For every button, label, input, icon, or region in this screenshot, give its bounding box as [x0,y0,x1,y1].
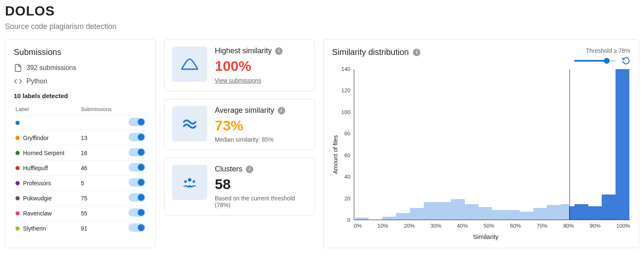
threshold-slider[interactable] [574,60,616,62]
highest-similarity-card: Highest similarity i 100% View submissio… [164,39,315,91]
label-count: 5 [79,176,122,191]
histogram-bar [424,202,438,220]
table-row: Slytherin91 [14,221,147,234]
info-icon[interactable]: i [278,107,285,114]
histogram-bar [588,206,602,220]
table-row [14,115,147,130]
table-row: Pukwudgie75 [14,191,147,206]
histogram-bar [561,204,569,220]
histogram-bar [547,205,561,220]
highest-value: 100% [215,58,307,74]
label-count: 55 [79,206,122,221]
table-row: Hufflepuff46 [14,161,147,176]
page-header: DOLOS Source code plagiarism detection [5,3,639,31]
average-similarity-card: Average similarity i 73% Median similari… [164,99,315,150]
labels-scroll[interactable]: Label Submissions Gryffindor13Horned Ser… [14,104,147,233]
highest-label: Highest similarity [215,47,272,55]
label-color-dot [15,211,20,215]
svg-point-3 [193,180,195,183]
histogram-bar [396,213,410,220]
clusters-value: 58 [215,176,307,192]
chart: Amount of files 020406080100120140 0%10%… [332,69,630,240]
label-name: Slytherin [23,225,46,232]
info-icon[interactable]: i [275,47,283,55]
average-value: 73% [215,117,307,134]
label-toggle[interactable] [129,118,145,126]
language-name: Python [26,78,47,85]
info-icon[interactable]: i [246,166,253,173]
label-color-dot [15,226,20,231]
label-toggle[interactable] [129,223,145,232]
approx-icon-box [172,106,207,141]
label-count: 75 [79,191,122,206]
label-name: Ravenclaw [23,210,52,217]
histogram-bar [506,210,520,220]
label-toggle[interactable] [129,148,145,156]
language-row: Python [14,77,147,86]
app-subtitle: Source code plagiarism detection [5,22,639,31]
histogram-bar [616,69,629,220]
labels-detected-title: 10 labels detected [14,92,147,99]
histogram-bar [382,217,396,220]
table-row: Horned Serpent16 [14,145,147,161]
submissions-count: 392 submissions [26,64,76,72]
y-axis-label: Amount of files [332,69,339,240]
median-text: Median similarity: 85% [215,136,307,143]
distribution-icon-box [172,47,207,82]
table-row: Gryffindor13 [14,130,147,145]
label-name: Horned Serpent [23,150,64,156]
histogram-bar [410,208,424,220]
y-axis-ticks: 020406080100120140 [341,69,354,220]
label-toggle[interactable] [129,208,145,217]
histogram-bar [451,199,465,220]
file-icon [14,64,22,72]
clusters-card: Clusters i 58 Based on the current thres… [164,158,315,215]
col-submissions: Submissions [79,104,122,115]
label-color-dot [15,166,20,170]
threshold-line [569,69,570,220]
table-row: Ravenclaw55 [14,206,147,221]
label-count: 13 [79,130,122,145]
col-label: Label [14,104,79,115]
label-toggle[interactable] [129,133,145,141]
stats-column: Highest similarity i 100% View submissio… [164,39,315,248]
label-color-dot [15,196,20,200]
table-row: Professors5 [14,176,147,191]
label-toggle[interactable] [129,178,145,187]
histogram-bar [520,212,533,220]
view-submissions-link[interactable]: View submissions [215,77,261,84]
label-name: Gryffindor [23,135,49,141]
label-name: Hufflepuff [23,165,48,171]
label-toggle[interactable] [129,193,145,202]
histogram-bar [533,208,547,220]
distribution-icon [181,57,198,71]
submissions-card: Submissions 392 submissions Python 10 la… [5,39,156,248]
submissions-title: Submissions [14,47,147,57]
label-color-dot [15,136,20,140]
histogram-bar [479,207,492,220]
label-count: 46 [79,161,122,176]
reset-icon[interactable] [622,57,630,65]
chart-bars [354,69,630,220]
distribution-card: Similarity distribution i Threshold ≥ 78… [323,39,639,248]
threshold-label: Threshold ≥ 78% [586,47,630,54]
info-icon[interactable]: i [413,49,420,56]
clusters-label: Clusters [215,165,242,174]
label-toggle[interactable] [129,163,145,171]
histogram-bar [355,218,369,220]
svg-point-1 [188,178,191,182]
histogram-bar [602,195,616,220]
svg-point-2 [184,180,187,183]
histogram-bar [492,210,506,220]
histogram-bar [465,204,479,220]
histogram-bar [574,204,588,220]
x-axis-ticks: 0%10%20%30%40%50%60%70%80%90%100% [341,223,630,229]
approx-icon [181,117,198,130]
label-count: 16 [79,145,122,161]
app-title: DOLOS [5,3,639,19]
labels-table: Label Submissions Gryffindor13Horned Ser… [14,104,147,233]
label-color-dot [15,121,20,125]
group-icon [181,176,198,189]
label-count [79,115,122,130]
slider-thumb[interactable] [604,58,610,64]
